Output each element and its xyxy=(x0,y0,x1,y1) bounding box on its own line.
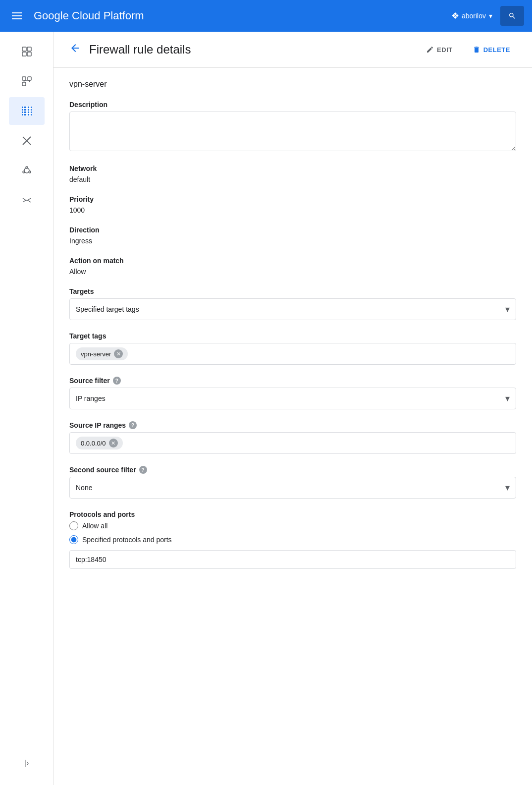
priority-label: Priority xyxy=(69,195,516,203)
allow-all-radio[interactable] xyxy=(69,521,78,530)
vpn-icon xyxy=(21,194,33,206)
direction-value: Ingress xyxy=(69,237,516,245)
main-layout: |› Firewall rule details EDIT xyxy=(0,32,532,785)
targets-dropdown-arrow: ▾ xyxy=(505,304,510,315)
second-source-label: Second source filter ? xyxy=(69,466,516,474)
second-source-field: Second source filter ? None ▾ xyxy=(69,466,516,499)
page-title: Firewall rule details xyxy=(89,43,412,56)
delete-label: DELETE xyxy=(483,46,510,54)
project-selector[interactable]: ❖ aborilov ▾ xyxy=(451,10,492,21)
svg-rect-0 xyxy=(22,47,26,51)
edit-icon xyxy=(426,46,434,54)
description-input[interactable] xyxy=(69,112,516,151)
compute-icon xyxy=(21,46,33,57)
second-source-help-icon[interactable]: ? xyxy=(139,466,147,474)
specified-radio-item[interactable]: Specified protocols and ports xyxy=(69,535,516,544)
svg-rect-15 xyxy=(26,106,28,116)
source-ip-help-icon[interactable]: ? xyxy=(129,421,137,429)
source-ip-tag-close-icon[interactable]: ✕ xyxy=(109,439,118,448)
action-label: Action on match xyxy=(69,257,516,265)
svg-line-25 xyxy=(24,171,25,171)
svg-rect-2 xyxy=(22,52,26,56)
target-tags-field: Target tags vpn-server ✕ xyxy=(69,332,516,365)
sidebar-item-compute[interactable] xyxy=(9,38,45,65)
svg-line-24 xyxy=(29,171,29,171)
sidebar-item-vpn[interactable] xyxy=(9,186,45,214)
specified-radio[interactable] xyxy=(69,535,78,544)
sidebar-item-routes[interactable] xyxy=(9,127,45,155)
allow-all-radio-item[interactable]: Allow all xyxy=(69,521,516,530)
rule-name-field: vpn-server xyxy=(69,80,516,89)
direction-label: Direction xyxy=(69,226,516,234)
svg-rect-4 xyxy=(22,77,26,80)
source-filter-field: Source filter ? IP ranges ▾ xyxy=(69,377,516,409)
back-button[interactable] xyxy=(69,42,81,57)
targets-dropdown[interactable]: Specified target tags ▾ xyxy=(69,298,516,320)
second-source-dropdown[interactable]: None ▾ xyxy=(69,477,516,499)
source-filter-label-text: Source filter xyxy=(69,377,110,385)
expand-icon: |› xyxy=(24,759,29,768)
target-tags-label: Target tags xyxy=(69,332,516,340)
network-label: Network xyxy=(69,165,516,172)
allow-all-label: Allow all xyxy=(82,522,107,530)
network-field: Network default xyxy=(69,165,516,183)
hamburger-menu[interactable] xyxy=(8,8,26,23)
svg-rect-14 xyxy=(23,106,24,116)
tag-chip-label: vpn-server xyxy=(81,350,111,358)
form-content: vpn-server Description Network default P… xyxy=(53,68,532,593)
search-button[interactable] xyxy=(500,6,524,26)
delete-icon xyxy=(473,46,480,54)
direction-field: Direction Ingress xyxy=(69,226,516,245)
delete-button[interactable]: DELETE xyxy=(467,42,516,57)
second-source-dropdown-arrow: ▾ xyxy=(505,482,510,493)
sidebar-item-interconnect[interactable] xyxy=(9,157,45,184)
source-filter-value: IP ranges xyxy=(76,394,106,402)
tag-chip-close-icon[interactable]: ✕ xyxy=(114,349,123,358)
svg-rect-3 xyxy=(27,52,31,56)
svg-point-21 xyxy=(29,171,31,173)
source-ip-label: Source IP ranges ? xyxy=(69,421,516,429)
networking-icon xyxy=(21,75,33,87)
svg-rect-1 xyxy=(27,47,31,51)
source-ip-label-text: Source IP ranges xyxy=(69,421,126,429)
target-tags-input[interactable]: vpn-server ✕ xyxy=(69,343,516,365)
description-label: Description xyxy=(69,101,516,109)
sidebar-item-networking[interactable] xyxy=(9,67,45,95)
source-ip-input[interactable]: 0.0.0.0/0 ✕ xyxy=(69,432,516,454)
source-ip-tag-chip: 0.0.0.0/0 ✕ xyxy=(76,437,123,449)
targets-field: Targets Specified target tags ▾ xyxy=(69,287,516,320)
action-value: Allow xyxy=(69,268,516,276)
interconnect-icon xyxy=(21,165,33,176)
description-field: Description xyxy=(69,101,516,153)
source-filter-dropdown-arrow: ▾ xyxy=(505,393,510,404)
project-name: aborilov xyxy=(462,12,486,20)
app-name: Google Cloud Platform xyxy=(34,9,144,22)
svg-rect-5 xyxy=(28,77,31,80)
source-ip-tag-label: 0.0.0.0/0 xyxy=(81,440,106,447)
project-icon: ❖ xyxy=(451,10,459,21)
priority-value: 1000 xyxy=(69,206,516,214)
source-filter-help-icon[interactable]: ? xyxy=(113,377,121,385)
specified-label: Specified protocols and ports xyxy=(82,536,172,544)
targets-value: Specified target tags xyxy=(76,305,139,313)
sidebar-expand-area: |› xyxy=(9,749,45,777)
sidebar-expand-button[interactable]: |› xyxy=(9,749,45,777)
routes-icon xyxy=(21,135,33,147)
sidebar-item-firewall[interactable] xyxy=(9,97,45,125)
svg-rect-6 xyxy=(22,82,26,86)
protocols-label: Protocols and ports xyxy=(69,510,516,518)
svg-point-22 xyxy=(23,171,25,173)
edit-button[interactable]: EDIT xyxy=(420,42,459,57)
source-filter-dropdown[interactable]: IP ranges ▾ xyxy=(69,388,516,409)
svg-rect-16 xyxy=(29,106,31,116)
rule-name-value: vpn-server xyxy=(69,80,516,89)
network-value: default xyxy=(69,175,516,183)
app-logo: Google Cloud Platform xyxy=(34,9,443,22)
target-tag-chip-vpn-server: vpn-server ✕ xyxy=(76,347,128,360)
targets-label: Targets xyxy=(69,287,516,295)
tcp-ports-input[interactable] xyxy=(69,550,516,569)
main-content: Firewall rule details EDIT DELETE vpn-se… xyxy=(53,32,532,785)
second-source-label-text: Second source filter xyxy=(69,466,136,474)
firewall-icon xyxy=(21,105,33,117)
source-ip-field: Source IP ranges ? 0.0.0.0/0 ✕ xyxy=(69,421,516,454)
